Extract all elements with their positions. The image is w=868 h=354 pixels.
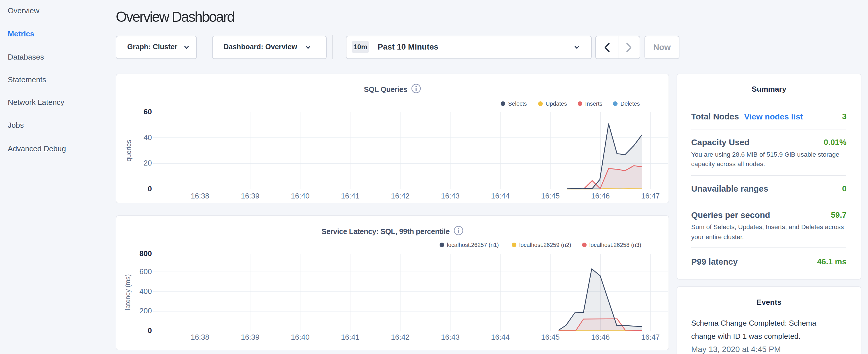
svg-text:16:42: 16:42 (391, 333, 409, 342)
svg-text:600: 600 (140, 267, 152, 276)
svg-text:16:42: 16:42 (391, 192, 409, 200)
svg-text:16:39: 16:39 (241, 192, 259, 200)
svg-text:16:39: 16:39 (241, 333, 259, 342)
svg-text:queries: queries (125, 140, 132, 161)
svg-text:40: 40 (144, 133, 152, 142)
svg-text:400: 400 (140, 287, 152, 296)
svg-text:0: 0 (148, 326, 152, 335)
svg-text:20: 20 (144, 159, 152, 167)
svg-text:16:38: 16:38 (191, 333, 209, 342)
svg-text:16:38: 16:38 (191, 192, 209, 200)
svg-text:16:40: 16:40 (291, 333, 309, 342)
svg-text:16:41: 16:41 (341, 192, 360, 200)
svg-text:16:44: 16:44 (491, 333, 509, 342)
svg-text:16:47: 16:47 (641, 333, 660, 342)
svg-text:16:45: 16:45 (541, 333, 560, 342)
svg-text:0: 0 (148, 185, 152, 193)
svg-text:200: 200 (140, 307, 152, 315)
svg-text:16:47: 16:47 (641, 192, 660, 200)
svg-text:16:40: 16:40 (291, 192, 309, 200)
svg-text:16:45: 16:45 (541, 192, 560, 200)
svg-text:16:46: 16:46 (591, 192, 610, 200)
svg-text:16:44: 16:44 (491, 192, 509, 200)
svg-text:800: 800 (140, 249, 152, 258)
svg-text:60: 60 (144, 107, 152, 116)
svg-text:16:43: 16:43 (441, 192, 460, 200)
svg-text:latency (ms): latency (ms) (124, 274, 131, 310)
svg-text:16:41: 16:41 (341, 333, 360, 342)
svg-text:16:46: 16:46 (591, 333, 610, 342)
svg-text:16:43: 16:43 (441, 333, 460, 342)
